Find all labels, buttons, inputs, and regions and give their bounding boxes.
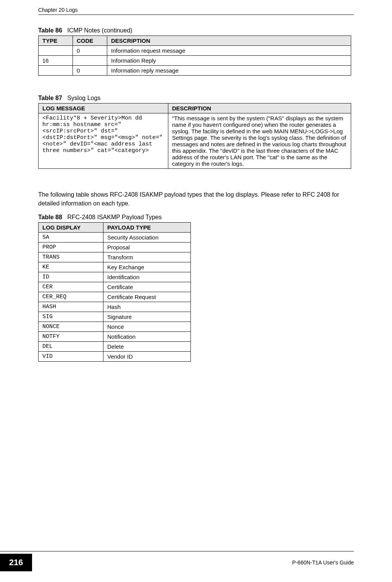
table88-cell-logdisplay: NOTFY bbox=[39, 332, 103, 342]
table86: TYPE CODE DESCRIPTION 0Information reque… bbox=[38, 36, 351, 76]
table86-header-description: DESCRIPTION bbox=[107, 36, 351, 46]
table-row: VIDVendor ID bbox=[39, 352, 191, 362]
table86-cell-code: 0 bbox=[73, 66, 107, 76]
table87-header-description: DESCRIPTION bbox=[168, 103, 351, 113]
footer-rule bbox=[0, 551, 354, 551]
page-number: 216 bbox=[0, 554, 32, 571]
table88-cell-payloadtype: Signature bbox=[103, 312, 191, 322]
table88-cell-payloadtype: Delete bbox=[103, 342, 191, 352]
table86-title: ICMP Notes (continued) bbox=[67, 27, 132, 34]
table-row: 0Information reply message bbox=[39, 66, 351, 76]
table87-row: <Facility*8 + Severity>Mon dd hr:mm:ss h… bbox=[39, 113, 351, 169]
body-paragraph: The following table shows RFC-2408 ISAKM… bbox=[38, 190, 354, 208]
table88-cell-payloadtype: Transform bbox=[103, 252, 191, 262]
table88-header-row: LOG DISPLAY PAYLOAD TYPE bbox=[39, 223, 191, 233]
table88-label: Table 88 bbox=[38, 214, 62, 220]
table88-cell-logdisplay: NONCE bbox=[39, 322, 103, 332]
table86-cell-code: 0 bbox=[73, 46, 107, 56]
table88-header-payloadtype: PAYLOAD TYPE bbox=[103, 223, 191, 233]
table86-caption: Table 86 ICMP Notes (continued) bbox=[38, 27, 354, 34]
table88-cell-logdisplay: VID bbox=[39, 352, 103, 362]
table86-label: Table 86 bbox=[38, 27, 62, 34]
page-footer: 216 P-660N-T1A User's Guide bbox=[0, 551, 392, 571]
table88-cell-payloadtype: Identification bbox=[103, 272, 191, 282]
table-row: 0Information request message bbox=[39, 46, 351, 56]
table88-caption: Table 88 RFC-2408 ISAKMP Payload Types bbox=[38, 214, 354, 221]
table88-cell-logdisplay: PROP bbox=[39, 242, 103, 252]
table-row: DELDelete bbox=[39, 342, 191, 352]
table-row: IDIdentification bbox=[39, 272, 191, 282]
table88-cell-payloadtype: Certificate Request bbox=[103, 292, 191, 302]
table87-logmessage-cell: <Facility*8 + Severity>Mon dd hr:mm:ss h… bbox=[39, 113, 168, 169]
table87-description-cell: "This message is sent by the system ("RA… bbox=[168, 113, 351, 169]
table-row: TRANSTransform bbox=[39, 252, 191, 262]
table88-cell-logdisplay: HASH bbox=[39, 302, 103, 312]
table87-header-row: LOG MESSAGE DESCRIPTION bbox=[39, 103, 351, 113]
table88-cell-logdisplay: SA bbox=[39, 233, 103, 242]
table-row: CERCertificate bbox=[39, 282, 191, 292]
table88-header-logdisplay: LOG DISPLAY bbox=[39, 223, 103, 233]
table88-cell-payloadtype: Key Exchange bbox=[103, 262, 191, 272]
footer-row: 216 P-660N-T1A User's Guide bbox=[0, 554, 354, 571]
table86-cell-code bbox=[73, 56, 107, 66]
table88-cell-logdisplay: TRANS bbox=[39, 252, 103, 262]
table88-cell-logdisplay: KE bbox=[39, 262, 103, 272]
table86-cell-description: Information Reply bbox=[107, 56, 351, 66]
table88-cell-logdisplay: CER bbox=[39, 282, 103, 292]
running-header: Chapter 20 Logs bbox=[38, 7, 354, 15]
table87-header-logmessage: LOG MESSAGE bbox=[39, 103, 168, 113]
table-row: KEKey Exchange bbox=[39, 262, 191, 272]
table88-cell-payloadtype: Vendor ID bbox=[103, 352, 191, 362]
table87-label: Table 87 bbox=[38, 95, 62, 101]
table-row: NOTFYNotification bbox=[39, 332, 191, 342]
table86-cell-type bbox=[39, 66, 73, 76]
table88-cell-logdisplay: SIG bbox=[39, 312, 103, 322]
table-row: SASecurity Association bbox=[39, 233, 191, 242]
table88: LOG DISPLAY PAYLOAD TYPE SASecurity Asso… bbox=[38, 222, 191, 362]
table86-cell-type bbox=[39, 46, 73, 56]
table88-cell-logdisplay: DEL bbox=[39, 342, 103, 352]
table88-cell-payloadtype: Proposal bbox=[103, 242, 191, 252]
table88-cell-payloadtype: Notification bbox=[103, 332, 191, 342]
table88-cell-payloadtype: Hash bbox=[103, 302, 191, 312]
table87-title: Syslog Logs bbox=[67, 95, 100, 101]
table87-caption: Table 87 Syslog Logs bbox=[38, 95, 354, 102]
table86-header-type: TYPE bbox=[39, 36, 73, 46]
table86-cell-type: 16 bbox=[39, 56, 73, 66]
table88-cell-payloadtype: Certificate bbox=[103, 282, 191, 292]
table86-header-code: CODE bbox=[73, 36, 107, 46]
table88-cell-payloadtype: Security Association bbox=[103, 233, 191, 242]
table-row: HASHHash bbox=[39, 302, 191, 312]
table88-cell-logdisplay: ID bbox=[39, 272, 103, 282]
table-row: CER_REQCertificate Request bbox=[39, 292, 191, 302]
page: Chapter 20 Logs Table 86 ICMP Notes (con… bbox=[0, 0, 392, 582]
table-row: SIGSignature bbox=[39, 312, 191, 322]
table86-header-row: TYPE CODE DESCRIPTION bbox=[39, 36, 351, 46]
header-rule bbox=[38, 15, 354, 15]
table88-cell-logdisplay: CER_REQ bbox=[39, 292, 103, 302]
table-row: PROPProposal bbox=[39, 242, 191, 252]
table-row: 16Information Reply bbox=[39, 56, 351, 66]
table88-title: RFC-2408 ISAKMP Payload Types bbox=[67, 214, 162, 220]
chapter-label: Chapter 20 Logs bbox=[38, 7, 78, 13]
table87: LOG MESSAGE DESCRIPTION <Facility*8 + Se… bbox=[38, 103, 351, 169]
table86-cell-description: Information reply message bbox=[107, 66, 351, 76]
book-title: P-660N-T1A User's Guide bbox=[292, 559, 354, 566]
table86-cell-description: Information request message bbox=[107, 46, 351, 56]
table-row: NONCENonce bbox=[39, 322, 191, 332]
table88-cell-payloadtype: Nonce bbox=[103, 322, 191, 332]
